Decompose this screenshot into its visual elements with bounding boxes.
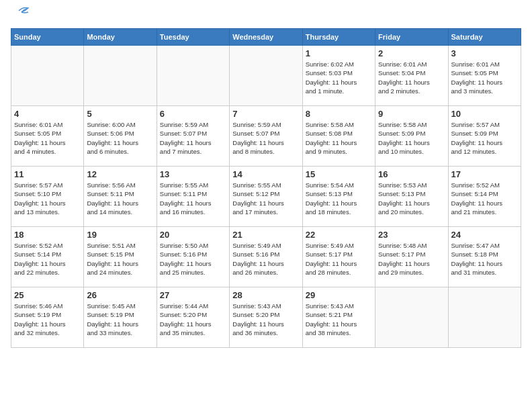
daylight-text-line1: Daylight: 11 hours <box>306 78 372 87</box>
calendar-table: SundayMondayTuesdayWednesdayThursdayFrid… <box>11 28 521 348</box>
day-info: Sunrise: 5:56 AMSunset: 5:11 PMDaylight:… <box>87 181 153 216</box>
daylight-text-line1: Daylight: 11 hours <box>87 259 153 268</box>
day-number: 9 <box>378 109 445 119</box>
calendar-week-row: 25Sunrise: 5:46 AMSunset: 5:19 PMDayligh… <box>11 287 521 348</box>
day-info: Sunrise: 5:57 AMSunset: 5:09 PMDaylight:… <box>451 120 518 156</box>
daylight-text-line1: Daylight: 11 hours <box>160 199 226 208</box>
sunrise-text: Sunrise: 5:52 AM <box>451 181 518 189</box>
calendar-day-cell: 22Sunrise: 5:49 AMSunset: 5:17 PMDayligh… <box>302 227 375 287</box>
day-number: 19 <box>87 230 153 240</box>
day-number: 26 <box>87 290 153 300</box>
sunset-text: Sunset: 5:14 PM <box>14 250 81 259</box>
calendar-day-cell <box>11 46 84 106</box>
sunrise-text: Sunrise: 5:59 AM <box>160 120 226 129</box>
calendar-day-cell: 21Sunrise: 5:49 AMSunset: 5:16 PMDayligh… <box>230 227 302 287</box>
sunset-text: Sunset: 5:18 PM <box>451 250 518 259</box>
day-number: 6 <box>160 109 226 119</box>
sunrise-text: Sunrise: 5:49 AM <box>232 241 299 250</box>
calendar-week-row: 11Sunrise: 5:57 AMSunset: 5:10 PMDayligh… <box>11 167 521 227</box>
daylight-text-line2: and 12 minutes. <box>451 147 518 156</box>
sunset-text: Sunset: 5:20 PM <box>232 310 299 319</box>
day-info: Sunrise: 5:55 AMSunset: 5:11 PMDaylight:… <box>160 181 226 216</box>
calendar-day-cell <box>230 46 302 106</box>
daylight-text-line1: Daylight: 11 hours <box>232 138 299 147</box>
sunset-text: Sunset: 5:13 PM <box>378 189 445 198</box>
sunset-text: Sunset: 5:03 PM <box>306 68 372 77</box>
day-info: Sunrise: 5:59 AMSunset: 5:07 PMDaylight:… <box>160 120 226 156</box>
daylight-text-line2: and 33 minutes. <box>87 328 153 337</box>
sunset-text: Sunset: 5:21 PM <box>306 310 372 319</box>
sunrise-text: Sunrise: 5:55 AM <box>160 181 226 189</box>
day-info: Sunrise: 5:49 AMSunset: 5:16 PMDaylight:… <box>232 241 299 277</box>
weekday-header-cell: Wednesday <box>230 29 302 46</box>
calendar-day-cell: 20Sunrise: 5:50 AMSunset: 5:16 PMDayligh… <box>157 227 229 287</box>
day-number: 29 <box>306 290 372 300</box>
sunset-text: Sunset: 5:07 PM <box>232 129 299 138</box>
daylight-text-line1: Daylight: 11 hours <box>87 199 153 208</box>
calendar-day-cell: 24Sunrise: 5:47 AMSunset: 5:18 PMDayligh… <box>448 227 521 287</box>
daylight-text-line2: and 16 minutes. <box>160 208 226 216</box>
calendar-day-cell: 6Sunrise: 5:59 AMSunset: 5:07 PMDaylight… <box>157 106 229 167</box>
calendar-day-cell: 29Sunrise: 5:43 AMSunset: 5:21 PMDayligh… <box>302 287 375 348</box>
sunrise-text: Sunrise: 5:52 AM <box>14 241 81 250</box>
daylight-text-line2: and 4 minutes. <box>14 147 81 156</box>
day-number: 7 <box>232 109 299 119</box>
sunrise-text: Sunrise: 5:43 AM <box>306 302 372 310</box>
day-info: Sunrise: 5:57 AMSunset: 5:10 PMDaylight:… <box>14 181 81 216</box>
daylight-text-line2: and 1 minute. <box>306 87 372 95</box>
sunrise-text: Sunrise: 5:59 AM <box>232 120 299 129</box>
weekday-header-cell: Tuesday <box>157 29 229 46</box>
sunrise-text: Sunrise: 5:46 AM <box>14 302 81 310</box>
sunset-text: Sunset: 5:17 PM <box>378 250 445 259</box>
day-number: 20 <box>160 230 226 240</box>
daylight-text-line2: and 8 minutes. <box>232 147 299 156</box>
sunrise-text: Sunrise: 6:02 AM <box>306 60 372 68</box>
daylight-text-line1: Daylight: 11 hours <box>451 138 518 147</box>
day-number: 11 <box>14 169 81 179</box>
sunrise-text: Sunrise: 5:58 AM <box>306 120 372 129</box>
daylight-text-line1: Daylight: 11 hours <box>306 199 372 208</box>
day-info: Sunrise: 6:00 AMSunset: 5:06 PMDaylight:… <box>87 120 153 156</box>
daylight-text-line1: Daylight: 11 hours <box>378 78 445 87</box>
day-number: 15 <box>306 169 372 179</box>
daylight-text-line1: Daylight: 11 hours <box>306 138 372 147</box>
sunrise-text: Sunrise: 5:58 AM <box>378 120 445 129</box>
sunset-text: Sunset: 5:11 PM <box>160 189 226 198</box>
day-info: Sunrise: 5:43 AMSunset: 5:21 PMDaylight:… <box>306 302 372 337</box>
calendar-day-cell: 5Sunrise: 6:00 AMSunset: 5:06 PMDaylight… <box>84 106 157 167</box>
daylight-text-line2: and 18 minutes. <box>306 208 372 216</box>
daylight-text-line2: and 28 minutes. <box>306 268 372 277</box>
sunrise-text: Sunrise: 5:47 AM <box>451 241 518 250</box>
page-header <box>11 11 521 20</box>
sunrise-text: Sunrise: 6:01 AM <box>14 120 81 129</box>
day-number: 14 <box>232 169 299 179</box>
day-info: Sunrise: 5:58 AMSunset: 5:08 PMDaylight:… <box>306 120 372 156</box>
daylight-text-line1: Daylight: 11 hours <box>14 199 81 208</box>
calendar-day-cell: 4Sunrise: 6:01 AMSunset: 5:05 PMDaylight… <box>11 106 84 167</box>
logo-bird-icon <box>12 5 31 20</box>
sunrise-text: Sunrise: 5:50 AM <box>160 241 226 250</box>
calendar-day-cell: 3Sunrise: 6:01 AMSunset: 5:05 PMDaylight… <box>448 46 521 106</box>
sunset-text: Sunset: 5:19 PM <box>14 310 81 319</box>
calendar-day-cell: 8Sunrise: 5:58 AMSunset: 5:08 PMDaylight… <box>302 106 375 167</box>
sunset-text: Sunset: 5:05 PM <box>451 68 518 77</box>
daylight-text-line2: and 35 minutes. <box>160 328 226 337</box>
daylight-text-line1: Daylight: 11 hours <box>451 199 518 208</box>
sunset-text: Sunset: 5:08 PM <box>306 129 372 138</box>
day-number: 8 <box>306 109 372 119</box>
daylight-text-line2: and 25 minutes. <box>160 268 226 277</box>
sunrise-text: Sunrise: 5:56 AM <box>87 181 153 189</box>
day-info: Sunrise: 5:51 AMSunset: 5:15 PMDaylight:… <box>87 241 153 277</box>
day-info: Sunrise: 5:52 AMSunset: 5:14 PMDaylight:… <box>451 181 518 216</box>
daylight-text-line2: and 32 minutes. <box>14 328 81 337</box>
sunrise-text: Sunrise: 5:45 AM <box>87 302 153 310</box>
sunset-text: Sunset: 5:11 PM <box>87 189 153 198</box>
logo <box>11 11 31 20</box>
sunrise-text: Sunrise: 5:51 AM <box>87 241 153 250</box>
calendar-day-cell: 2Sunrise: 6:01 AMSunset: 5:04 PMDaylight… <box>375 46 448 106</box>
calendar-day-cell <box>448 287 521 348</box>
calendar-day-cell: 14Sunrise: 5:55 AMSunset: 5:12 PMDayligh… <box>230 167 302 227</box>
daylight-text-line1: Daylight: 11 hours <box>451 259 518 268</box>
daylight-text-line1: Daylight: 11 hours <box>232 199 299 208</box>
calendar-day-cell <box>375 287 448 348</box>
